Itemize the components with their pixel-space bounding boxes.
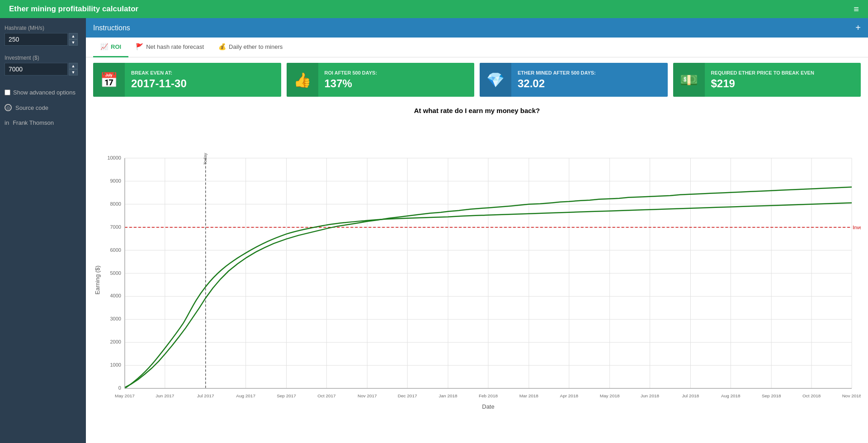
investment-line-label: Investment [853,225,861,230]
svg-text:Aug 2018: Aug 2018 [721,393,741,398]
svg-text:Jul 2017: Jul 2017 [197,393,214,398]
chart-container: Earning ($) 0 1000 [93,117,861,443]
tab-hashrate[interactable]: 🚩 Net hash rate forecast [128,38,211,57]
linkedin-label: Frank Thomson [13,119,54,126]
svg-text:Oct 2018: Oct 2018 [802,393,821,398]
thumbsup-icon: 👍 [293,71,311,89]
required-price-icon-area: 💵 [673,63,705,97]
required-price-card: 💵 REQUIRED ETHER PRICE TO BREAK EVEN $21… [673,63,861,97]
daily-tab-label: Daily ether to miners [229,43,283,50]
content-area: Instructions + 📈 ROI 🚩 Net hash rate for… [86,18,868,443]
hashrate-down-button[interactable]: ▼ [69,39,78,46]
roi-text: ROI AFTER 500 DAYS: 137% [318,66,475,94]
money-icon: 💵 [680,71,698,89]
linkedin-link[interactable]: in Frank Thomson [5,119,81,126]
svg-text:1000: 1000 [110,362,121,368]
svg-text:Sep 2018: Sep 2018 [762,393,781,398]
y-axis-label: Earning ($) [94,265,101,294]
advanced-options-checkbox[interactable] [5,90,10,95]
break-even-card: 📅 BREAK EVEN AT: 2017-11-30 [93,63,281,97]
svg-text:Jul 2018: Jul 2018 [682,393,699,398]
svg-text:4000: 4000 [110,293,121,298]
svg-text:Mar 2018: Mar 2018 [519,393,539,398]
svg-text:Dec 2017: Dec 2017 [398,393,417,398]
svg-text:Feb 2018: Feb 2018 [479,393,498,398]
svg-text:10000: 10000 [107,155,121,160]
tab-roi[interactable]: 📈 ROI [93,38,128,57]
investment-down-button[interactable]: ▼ [69,69,78,75]
hashrate-input-wrap: ▲ ▼ [5,33,81,46]
svg-text:2000: 2000 [110,339,121,344]
roi-tab-label: ROI [111,43,121,50]
tabs-bar: 📈 ROI 🚩 Net hash rate forecast 💰 Daily e… [86,38,868,57]
instructions-label: Instructions [93,24,130,32]
svg-text:Nov 2017: Nov 2017 [358,393,377,398]
svg-text:Jun 2017: Jun 2017 [156,393,174,398]
roi-icon-area: 👍 [287,63,318,97]
source-code-label: Source code [15,104,48,111]
roi-tab-icon: 📈 [100,43,108,50]
source-code-icon: ⊙ [5,104,12,111]
break-even-label: BREAK EVEN AT: [131,70,275,75]
svg-text:Sep 2017: Sep 2017 [277,393,296,398]
svg-text:Apr 2018: Apr 2018 [560,393,579,398]
svg-text:Nov 2018: Nov 2018 [842,393,861,398]
hashrate-tab-label: Net hash rate forecast [146,43,204,50]
svg-text:3000: 3000 [110,316,121,321]
svg-text:7000: 7000 [110,224,121,230]
svg-text:0: 0 [118,385,121,391]
ether-mined-card: 💎 ETHER MINED AFTER 500 DAYS: 32.02 [480,63,668,97]
svg-text:Jun 2018: Jun 2018 [641,393,659,398]
linkedin-icon: in [5,119,9,126]
x-axis-label: Date [482,403,494,410]
investment-label: Investment ($) [5,55,81,61]
advanced-options-label[interactable]: Show advanced options [13,89,75,96]
chart-svg: Earning ($) 0 1000 [93,117,861,443]
investment-up-button[interactable]: ▲ [69,63,78,69]
hashrate-tab-icon: 🚩 [136,43,143,50]
svg-text:Oct 2017: Oct 2017 [317,393,336,398]
ether-mined-icon-area: 💎 [480,63,511,97]
hamburger-icon[interactable]: ≡ [854,4,859,14]
break-even-icon-area: 📅 [93,63,125,97]
ether-mined-label: ETHER MINED AFTER 500 DAYS: [518,70,661,75]
required-price-text: REQUIRED ETHER PRICE TO BREAK EVEN $219 [705,66,861,94]
hashrate-input[interactable] [5,33,68,46]
calendar-icon: 📅 [100,71,118,89]
investment-input[interactable] [5,63,68,75]
required-price-label: REQUIRED ETHER PRICE TO BREAK EVEN [711,70,855,75]
svg-text:May 2018: May 2018 [600,393,620,398]
stat-cards: 📅 BREAK EVEN AT: 2017-11-30 👍 ROI AFTER … [86,57,868,102]
today-label: Today [203,153,208,165]
chart-area: At what rate do I earn my money back? Ea… [86,102,868,443]
tab-daily[interactable]: 💰 Daily ether to miners [211,38,290,57]
required-price-value: $219 [711,77,855,90]
ether-mined-text: ETHER MINED AFTER 500 DAYS: 32.02 [511,66,668,94]
daily-tab-icon: 💰 [218,43,226,50]
main-layout: Hashrate (MH/s) ▲ ▼ Investment ($) ▲ ▼ [0,18,868,443]
ether-mined-value: 32.02 [518,77,661,90]
instructions-bar: Instructions + [86,18,868,38]
app-title: Ether mining profitability calculator [9,5,854,14]
source-code-link[interactable]: ⊙ Source code [5,104,81,111]
instructions-plus-button[interactable]: + [855,23,861,33]
svg-text:8000: 8000 [110,201,121,207]
svg-text:9000: 9000 [110,178,121,184]
hashrate-up-button[interactable]: ▲ [69,33,78,39]
svg-text:6000: 6000 [110,247,121,253]
top-header: Ether mining profitability calculator ≡ [0,0,868,18]
roi-value: 137% [325,77,468,90]
hashrate-group: Hashrate (MH/s) ▲ ▼ [5,25,81,46]
svg-text:5000: 5000 [110,270,121,276]
advanced-options-wrap: Show advanced options [5,89,81,96]
roi-label: ROI AFTER 500 DAYS: [325,70,468,75]
svg-text:Jan 2018: Jan 2018 [439,393,458,398]
svg-text:Aug 2017: Aug 2017 [236,393,255,398]
investment-group: Investment ($) ▲ ▼ [5,55,81,75]
break-even-value: 2017-11-30 [131,77,275,90]
break-even-text: BREAK EVEN AT: 2017-11-30 [125,66,281,94]
hashrate-spinner: ▲ ▼ [69,33,78,46]
svg-text:May 2017: May 2017 [115,393,135,398]
roi-card: 👍 ROI AFTER 500 DAYS: 137% [287,63,475,97]
investment-input-wrap: ▲ ▼ [5,63,81,75]
